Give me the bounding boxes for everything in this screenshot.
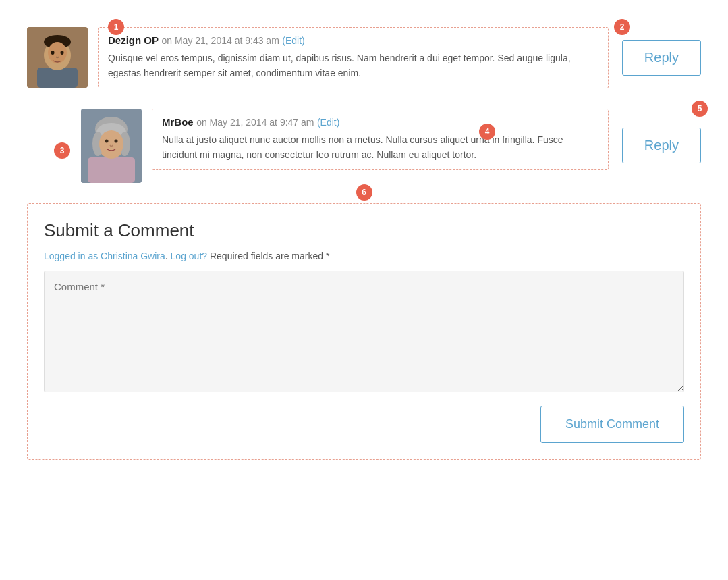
form-title: Submit a Comment	[44, 220, 684, 241]
comments-section: 1 2	[27, 14, 701, 460]
badge-1: 1	[108, 19, 124, 35]
submit-row: Submit Comment	[44, 406, 684, 443]
comment-1-box: Dezign OP on May 21, 2014 at 9:43 am (Ed…	[98, 27, 609, 88]
svg-point-16	[115, 139, 118, 142]
svg-point-4	[48, 42, 67, 63]
avatar-1	[27, 27, 88, 88]
form-logged-in-text: Logged in as Christina Gwira. Log out? R…	[44, 251, 684, 261]
badge-5: 5	[692, 101, 708, 117]
comment-1-author: Dezign OP	[108, 34, 159, 46]
avatar-2	[81, 109, 142, 183]
svg-point-14	[99, 130, 123, 157]
required-fields-text: Required fields are marked *	[210, 251, 329, 261]
svg-rect-1	[37, 68, 78, 88]
comment-2-author: MrBoe	[162, 116, 194, 128]
comment-1-meta: Dezign OP on May 21, 2014 at 9:43 am (Ed…	[108, 34, 598, 47]
comment-1-body: Dezign OP on May 21, 2014 at 9:43 am (Ed…	[98, 27, 609, 88]
svg-point-15	[105, 139, 109, 142]
comment-2-edit[interactable]: (Edit)	[317, 117, 339, 128]
svg-point-6	[61, 51, 64, 55]
svg-point-5	[51, 51, 55, 55]
comment-2-date: on May 21, 2014 at 9:47 am	[196, 117, 314, 128]
comment-2-meta: MrBoe on May 21, 2014 at 9:47 am (Edit)	[162, 116, 598, 128]
svg-rect-8	[88, 157, 135, 183]
comment-1-date: on May 21, 2014 at 9:43 am	[161, 35, 279, 46]
comment-2-text: Nulla at justo aliquet nunc auctor molli…	[162, 132, 598, 163]
reply-button-2[interactable]: Reply	[622, 128, 701, 163]
submit-button[interactable]: Submit Comment	[540, 406, 684, 443]
submit-form: Submit a Comment Logged in as Christina …	[27, 203, 701, 460]
logged-in-user-link[interactable]: Logged in as Christina Gwira	[44, 251, 165, 261]
comment-2-wrapper: 3 4 5	[81, 109, 701, 183]
badge-6: 6	[356, 184, 372, 201]
badge-3: 3	[54, 142, 70, 159]
comment-2-box: MrBoe on May 21, 2014 at 9:47 am (Edit) …	[152, 109, 609, 170]
badge-2: 2	[614, 19, 630, 35]
comment-1-edit[interactable]: (Edit)	[282, 35, 304, 46]
comment-1-text: Quisque vel eros tempus, dignissim diam …	[108, 51, 598, 81]
logged-in-username: Christina Gwira	[101, 251, 165, 261]
comment-input[interactable]	[44, 271, 684, 392]
comment-2-body: MrBoe on May 21, 2014 at 9:47 am (Edit) …	[152, 109, 609, 170]
logout-link[interactable]: Log out?	[171, 251, 208, 261]
comment-1-wrapper: 1 2	[27, 27, 701, 88]
badge-4: 4	[479, 124, 495, 140]
reply-button-1[interactable]: Reply	[622, 40, 701, 76]
